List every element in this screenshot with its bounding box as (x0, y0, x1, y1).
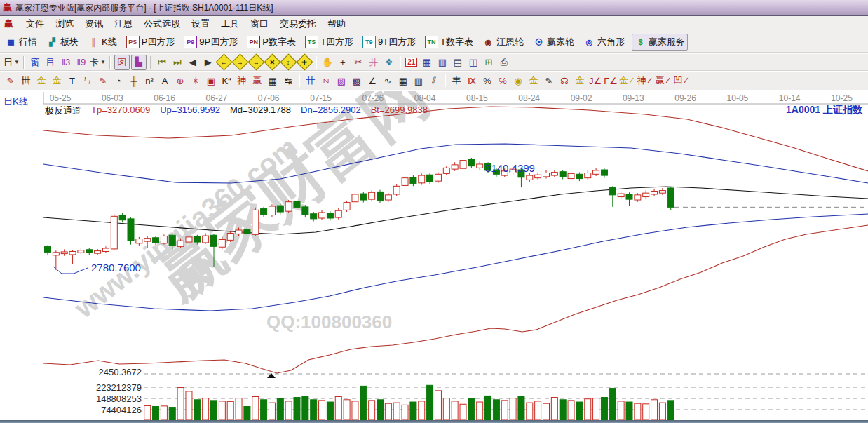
expand-all-icon[interactable]: ✛ (297, 55, 312, 69)
save-icon[interactable]: ◫ (466, 55, 480, 69)
period-day-dropdown[interactable]: 日▼ (4, 55, 20, 69)
angle-gold-icon[interactable]: 金∠ (619, 74, 636, 88)
gold-box-icon[interactable]: 金 (573, 74, 587, 88)
shift-left-icon[interactable]: ← (217, 55, 231, 69)
menu-item-6[interactable]: 工具 (215, 16, 245, 32)
print-icon[interactable]: ⎙ (497, 55, 511, 69)
export-icon[interactable]: ⊞ (482, 55, 496, 69)
draw-pen-icon[interactable]: ✎ (4, 74, 18, 88)
toolbar-button-winner-wheel[interactable]: ⦿赢家轮 (531, 34, 576, 50)
angle-f-icon[interactable]: F∠ (604, 74, 618, 88)
net-icon[interactable]: ❖ (382, 55, 396, 69)
expand-v-icon[interactable]: ↕ (281, 55, 296, 69)
brush-icon[interactable]: ✎ (542, 74, 556, 88)
gann-box-icon[interactable]: ▨ (334, 74, 348, 88)
cut-icon[interactable]: ✂ (351, 55, 365, 69)
toolbar-button-p-digit-table[interactable]: PNP数字表 (245, 34, 298, 50)
wave-check-icon[interactable]: ∿ (381, 74, 395, 88)
window-icon[interactable]: 窗 (28, 55, 42, 69)
fan-icon[interactable]: ⧅ (319, 74, 333, 88)
shen-tool-icon[interactable]: 神 (235, 74, 249, 88)
matrix-icon[interactable]: ▦ (396, 74, 410, 88)
angle-ao-icon[interactable]: 凹∠ (673, 74, 690, 88)
percent-icon[interactable]: % (480, 74, 494, 88)
gold-ratio-icon[interactable]: 金 (34, 74, 48, 88)
frame-icon[interactable]: 卄 (304, 74, 318, 88)
gold-circle-icon[interactable]: ◉ (511, 74, 525, 88)
n2-icon[interactable]: n² (142, 74, 156, 88)
pin-dropdown[interactable]: 卡▼ (90, 55, 106, 69)
parallel-icon[interactable]: ⫽ (427, 74, 441, 88)
stat-icon[interactable]: 井 (367, 55, 381, 69)
menu-item-9[interactable]: 帮助 (322, 16, 351, 32)
menu-item-0[interactable]: 文件 (20, 16, 50, 32)
gann-box2-icon[interactable]: ▩ (350, 74, 364, 88)
menu-item-4[interactable]: 公式选股 (138, 16, 186, 32)
data-table-icon[interactable]: ▥ (435, 55, 449, 69)
compress-icon[interactable]: ✕ (265, 55, 280, 69)
fibo-icon[interactable]: Ŧ (65, 74, 79, 88)
angle-rays-icon[interactable]: ∠ (365, 74, 379, 88)
first-icon[interactable]: ⏮ (155, 55, 169, 69)
menu-item-3[interactable]: 江恩 (109, 16, 138, 32)
ruler-icon[interactable]: ╫ (127, 74, 141, 88)
toolbar-button-p-square[interactable]: PSP四方形 (124, 34, 177, 50)
star-icon[interactable]: ✳ (189, 74, 203, 88)
matrix2-icon[interactable]: ▥ (412, 74, 426, 88)
list-icon[interactable]: 目 (43, 55, 57, 69)
notes-icon[interactable]: ▤ (451, 55, 465, 69)
grid-lines-icon[interactable]: 卌 (19, 74, 33, 88)
pen2-icon[interactable]: ✎ (96, 74, 110, 88)
menu-item-8[interactable]: 交易委托 (274, 16, 322, 32)
next-icon[interactable]: ▶ (201, 55, 215, 69)
pane-icon[interactable]: 囱 (114, 55, 130, 70)
circle-cross-icon[interactable]: ⊕ (173, 74, 187, 88)
frame-icon-glyph: 卄 (306, 74, 316, 87)
kline-3-icon[interactable]: ‖3 (59, 55, 73, 69)
calculator-icon[interactable]: ▦ (420, 55, 434, 69)
menu-item-7[interactable]: 窗口 (245, 16, 274, 32)
ying-tool-icon[interactable]: 赢 (250, 74, 264, 88)
menu-item-2[interactable]: 资讯 (79, 16, 109, 32)
crosshair-icon[interactable]: ＋ (336, 55, 350, 69)
menu-item-1[interactable]: 浏览 (50, 16, 79, 32)
angle-j-icon[interactable]: J∠ (588, 74, 602, 88)
toolbar-button-gann-wheel[interactable]: ◉江恩轮 (480, 34, 526, 50)
pct-line-icon[interactable]: ℅ (496, 74, 510, 88)
angle-shen-icon[interactable]: 神∠ (637, 74, 654, 88)
toolbar-button-kline[interactable]: ║K线 (86, 34, 119, 50)
calendar-icon[interactable]: 21 (405, 55, 419, 69)
volume-bar (419, 401, 425, 420)
spiral-icon[interactable]: ㄣ (81, 74, 95, 88)
kline-9-icon[interactable]: ‖9 (74, 55, 88, 69)
shift-right-icon[interactable]: → (233, 55, 247, 69)
toolbar-button-t-digit-table[interactable]: TNT数字表 (423, 34, 475, 50)
toolbar-button-t-square[interactable]: TST四方形 (303, 34, 355, 50)
toolbar-button-hexagon[interactable]: ◎六角形 (581, 34, 627, 50)
toolbar-button-sectors[interactable]: ▞板块 (44, 34, 81, 50)
toolbar-button-quotes[interactable]: ▦行情 (3, 34, 39, 50)
chart-pane[interactable]: 赢家财富网www.yingjia360.comQQ:1008003602780.… (0, 91, 868, 421)
prev-icon[interactable]: ◀ (186, 55, 200, 69)
last-icon[interactable]: ⏭ (170, 55, 184, 69)
bars-icon[interactable]: 丰 (449, 74, 463, 88)
gold-line-icon[interactable]: 金 (527, 74, 541, 88)
gold-section-icon[interactable]: 金 (50, 74, 64, 88)
color-chart-icon[interactable]: ▙ (131, 55, 147, 70)
expand-h-icon[interactable]: ↔ (249, 55, 264, 69)
pct-red-icon[interactable]: Ⅸ (465, 74, 479, 88)
kline-mark-icon[interactable]: K“ (219, 74, 233, 88)
menu-item-5[interactable]: 设置 (186, 16, 215, 32)
toolbar-button-9p-square[interactable]: P99P四方形 (182, 34, 240, 50)
toolbar-button-winner-service[interactable]: $赢家服务 (632, 34, 688, 51)
wave-box-icon[interactable]: ☊ (557, 74, 571, 88)
cycle-clock-icon[interactable]: ◔ (111, 74, 126, 88)
grid123-icon[interactable]: ▦ (266, 74, 280, 88)
toolbar-button-9t-square[interactable]: T99T四方形 (360, 34, 418, 50)
volume-bar (144, 405, 151, 420)
box-target-icon[interactable]: ▣ (204, 74, 218, 88)
angle-ying-icon[interactable]: 赢∠ (656, 74, 672, 88)
span-icon[interactable]: ↹ (281, 74, 295, 88)
angle-a-icon[interactable]: A (158, 74, 172, 88)
hand-icon[interactable]: ✋ (320, 55, 334, 69)
